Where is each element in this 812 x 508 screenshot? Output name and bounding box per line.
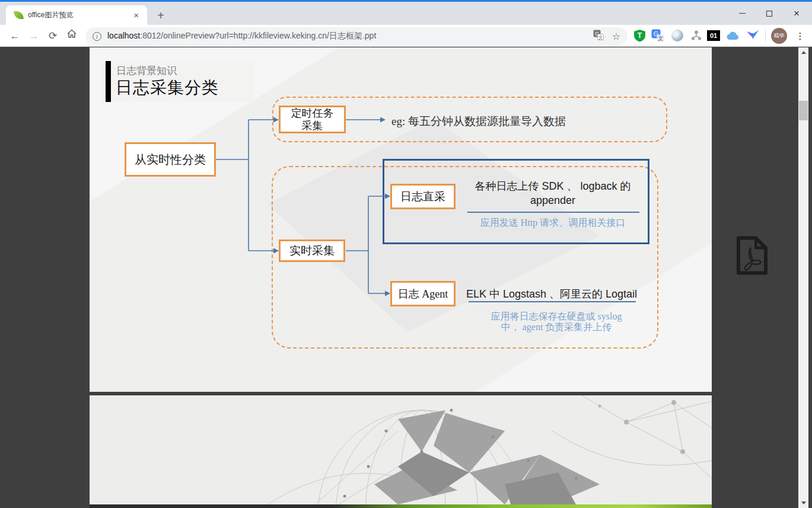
svg-text:文: 文: [658, 35, 664, 41]
extension-bird-button[interactable]: [746, 28, 760, 43]
node-realtime-collect: 实时采集: [279, 239, 345, 262]
svg-text:文: 文: [598, 35, 603, 40]
bird-icon: [746, 30, 759, 41]
home-icon: [66, 28, 77, 39]
badge-01: 01: [707, 30, 720, 41]
browser-menu-button[interactable]: ⋮: [793, 28, 807, 44]
direct-underline: [467, 212, 639, 213]
shield-icon: T: [633, 29, 646, 42]
extension-sitemap-button[interactable]: [689, 28, 703, 43]
scroll-up-button[interactable]: [798, 47, 808, 57]
extension-cloud-button[interactable]: [726, 28, 740, 43]
extension-01-button[interactable]: 01: [706, 28, 721, 43]
translate-blue-icon: G 文: [651, 29, 664, 42]
node-timed-collect: 定时任务 采集: [279, 106, 346, 133]
agent-underline: [469, 301, 636, 302]
scroll-down-button[interactable]: [798, 498, 808, 508]
url-path: :8012/onlinePreview?url=http://kkfilevie…: [140, 31, 376, 40]
reload-button[interactable]: ⟳: [45, 28, 60, 44]
profile-avatar[interactable]: 精华: [771, 28, 787, 44]
tab-close-icon[interactable]: ×: [130, 10, 142, 20]
pdf-button[interactable]: [731, 232, 772, 279]
url-host: localhost: [107, 31, 140, 40]
page-viewport: 日志背景知识 日志采集分类 从实时性分类 定时任务 采集 实时采集: [0, 47, 812, 508]
svg-text:T: T: [637, 31, 642, 40]
arrow-up-icon: [801, 51, 806, 54]
scrollbar-thumb[interactable]: [799, 101, 808, 120]
browser-tab[interactable]: office图片预览 ×: [6, 5, 147, 25]
arrow-down-icon: [801, 501, 806, 504]
swirl-circle-icon: [671, 30, 683, 41]
back-button[interactable]: ←: [7, 28, 23, 44]
node-root: 从实时性分类: [125, 142, 216, 177]
forward-button[interactable]: →: [26, 28, 42, 44]
new-tab-button[interactable]: +: [153, 8, 168, 24]
tab-title: office图片预览: [28, 10, 130, 20]
leaf-favicon-icon: [14, 10, 24, 20]
pdf-file-icon: [731, 232, 772, 279]
page-info-icon[interactable]: i: [93, 32, 101, 41]
slide-1: 日志背景知识 日志采集分类 从实时性分类 定时任务 采集 实时采集: [90, 47, 712, 392]
direct-heading-line2: appender: [445, 193, 660, 207]
extension-shield-button[interactable]: T: [632, 28, 647, 43]
extension-translate-button[interactable]: G 文: [651, 28, 665, 43]
agent-note-line2: 中， agent 负责采集并上传: [449, 321, 664, 334]
slide-2: [90, 395, 712, 504]
maximize-button[interactable]: [756, 2, 783, 25]
address-bar[interactable]: i localhost:8012/onlinePreview?url=http:…: [85, 27, 628, 45]
extension-circle-button[interactable]: [670, 28, 684, 43]
toolbar-divider: [765, 30, 766, 41]
home-button[interactable]: [64, 28, 79, 44]
translate-page-icon[interactable]: G 文: [593, 30, 604, 43]
close-window-button[interactable]: ×: [783, 2, 810, 25]
node-timed-line2: 采集: [302, 120, 323, 132]
url-text[interactable]: localhost:8012/onlinePreview?url=http://…: [107, 31, 593, 41]
agent-heading: ELK 中 Logstash 、阿里云的 Logtail: [444, 287, 659, 301]
node-timed-line1: 定时任务: [291, 107, 334, 120]
globe-graphic: [90, 395, 712, 504]
minimize-button[interactable]: [728, 2, 756, 25]
direct-heading-line1: 各种日志上传 SDK 、 logback 的: [445, 179, 660, 193]
bookmark-star-icon[interactable]: ☆: [612, 31, 620, 42]
cloud-icon: [727, 31, 740, 40]
direct-note: 应用发送 Http 请求、调用相关接口: [445, 217, 660, 229]
direct-heading: 各种日志上传 SDK 、 logback 的 appender: [445, 179, 660, 207]
scrollbar[interactable]: [798, 47, 808, 508]
green-strip: [332, 504, 712, 508]
sitemap-icon: [690, 30, 702, 41]
minimize-icon: [739, 13, 746, 14]
maximize-icon: [766, 11, 772, 17]
timed-example-text: eg: 每五分钟从数据源批量导入数据: [391, 114, 566, 129]
bottom-band: [90, 504, 712, 508]
translate-gray-icon: G 文: [593, 30, 604, 40]
